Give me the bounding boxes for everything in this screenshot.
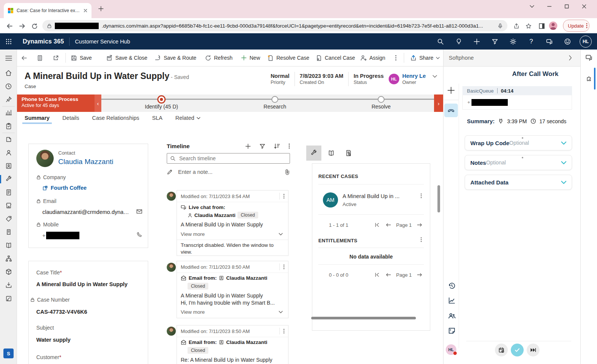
related-records-tool-selected[interactable] [306, 146, 321, 161]
owner-field[interactable]: HL Henry Le Owner [389, 73, 426, 85]
entry-subject[interactable]: A Mineral Build Up in Water Supply [181, 293, 284, 299]
first-page-icon[interactable] [375, 223, 380, 227]
knowledge-book-icon[interactable] [0, 241, 17, 250]
wrap-up-code-section[interactable]: Wrap Up Code Optional [465, 135, 572, 150]
bpf-collapse-chevron[interactable]: ‹ [95, 94, 101, 112]
refresh-button[interactable]: Refresh [205, 50, 233, 66]
timeline-entry-email-2[interactable]: Modified on: 7/11/2023 8:50 AM Email fro… [177, 325, 288, 364]
collapse-panel-chevron[interactable] [569, 55, 572, 60]
prev-page-icon[interactable] [386, 273, 391, 277]
tag-icon[interactable] [0, 214, 17, 223]
inbox-tray-icon[interactable] [0, 280, 17, 290]
timeline-filter-icon[interactable] [259, 143, 265, 149]
next-page-icon[interactable] [417, 223, 422, 227]
entry-contact[interactable]: Claudia Mazzanti [226, 275, 267, 281]
similar-cases-tool[interactable] [341, 146, 356, 161]
case-title-value[interactable]: A Mineral Build Up in Water Supply [36, 281, 127, 287]
view-more-link[interactable]: View more [181, 231, 205, 237]
chevron-down-icon[interactable] [561, 181, 566, 184]
company-value-row[interactable]: Fourth Coffee [42, 185, 87, 191]
home-icon[interactable] [0, 68, 17, 77]
tab-sla[interactable]: SLA [152, 115, 162, 124]
sitemap-hamburger-icon[interactable] [0, 54, 17, 63]
social-profile-badge-icon[interactable] [0, 161, 17, 170]
settings-gear-icon[interactable] [506, 33, 520, 50]
activities-clipboard-icon[interactable] [0, 122, 17, 131]
browser-menu-icon[interactable] [586, 23, 588, 28]
contacts-person-icon[interactable] [0, 148, 17, 157]
active-call-session-button[interactable] [444, 104, 458, 117]
bpf-active-stage-marker[interactable] [157, 95, 166, 104]
recent-clock-icon[interactable] [0, 82, 17, 91]
storefront-icon[interactable] [0, 201, 17, 210]
collapse-header-chevron[interactable] [433, 75, 437, 78]
attached-data-section[interactable]: Attached Data [465, 175, 572, 190]
share-page-icon[interactable] [512, 21, 521, 31]
note-edit-icon[interactable] [0, 294, 17, 303]
window-close-button[interactable] [578, 2, 590, 11]
lightbulb-icon[interactable] [452, 33, 465, 50]
prev-page-icon[interactable] [386, 223, 391, 227]
skip-acw-button[interactable] [527, 344, 540, 356]
bpf-stage-summary[interactable]: Phone to Case Process Active for 45 days [17, 94, 95, 112]
company-link[interactable]: Fourth Coffee [51, 185, 87, 191]
entry-more-icon[interactable] [283, 194, 285, 199]
reload-button[interactable] [29, 21, 39, 31]
app-name[interactable]: Customer Service Hub [75, 39, 130, 45]
sitemap-nodes-icon[interactable] [0, 254, 17, 263]
teams-chat-icon[interactable] [581, 50, 597, 61]
view-more-link[interactable]: View more [181, 309, 205, 315]
brand-title[interactable]: Dynamics 365 [23, 38, 64, 45]
popout-icon[interactable] [53, 50, 59, 66]
smiley-icon[interactable] [561, 33, 574, 50]
email-value[interactable]: claudiamazzanti@crmdemo.dynamic... [42, 209, 133, 215]
package-icon[interactable] [0, 267, 17, 276]
first-page-icon[interactable] [375, 273, 380, 277]
timeline-search[interactable] [167, 153, 290, 164]
timeline-entry-email-1[interactable]: Modified on: 7/11/2023 8:50 AM Email fro… [177, 261, 288, 318]
sidebar-bottom-badge[interactable]: S [3, 349, 14, 358]
window-minimize-button[interactable] [544, 2, 555, 11]
quick-create-plus-icon[interactable] [470, 33, 484, 50]
window-maximize-button[interactable] [561, 2, 572, 11]
new-button[interactable]: New [241, 50, 260, 66]
search-icon[interactable] [434, 33, 447, 50]
entry-contact[interactable]: Claudia Mazzanti [194, 212, 236, 218]
dashboard-icon[interactable] [0, 108, 17, 117]
share-button[interactable]: Share [410, 50, 440, 66]
vertical-scrollbar[interactable] [437, 185, 440, 212]
pinned-pin-icon[interactable] [0, 95, 17, 104]
horizontal-scrollbar[interactable] [311, 317, 416, 319]
cancel-case-button[interactable]: Cancel Case [316, 50, 355, 66]
tab-close-icon[interactable] [83, 8, 88, 13]
entitlements-more-icon[interactable] [420, 237, 422, 242]
note-entry-row[interactable]: Enter a note... [167, 169, 290, 175]
timeline-entry-livechat[interactable]: Modified on: 7/11/2023 8:54 AM Live chat… [177, 190, 288, 256]
chevron-down-icon[interactable] [279, 233, 283, 235]
recent-case-more-icon[interactable] [420, 193, 422, 198]
paperclip-icon[interactable] [285, 169, 290, 175]
contact-name-link[interactable]: Claudia Mazzanti [58, 158, 113, 166]
call-phone-icon[interactable] [136, 232, 142, 238]
browser-profile-avatar[interactable] [549, 22, 557, 30]
schedule-followup-button[interactable] [495, 344, 508, 356]
help-icon[interactable]: ? [524, 33, 538, 50]
mic-icon[interactable] [498, 23, 503, 29]
entry-subject[interactable]: A Mineral Build Up in Water Supply [181, 221, 284, 228]
strip-scrollbar[interactable] [594, 68, 595, 90]
bpf-stage-identify[interactable]: Identify (45 D) [127, 94, 195, 110]
notes-section[interactable]: Notes Optional [465, 155, 572, 170]
owner-name[interactable]: Henry Le [402, 73, 426, 79]
receipt-icon[interactable] [0, 228, 17, 237]
entry-contact[interactable]: Claudia Mazzanti [226, 339, 267, 345]
back-arrow-button[interactable] [21, 50, 27, 66]
address-bar[interactable]: .dynamics.com/main.aspx?appid=6685b74b-f… [42, 20, 507, 31]
accounts-folder-icon[interactable] [0, 135, 17, 144]
entry-more-icon[interactable] [283, 328, 285, 334]
tab-summary[interactable]: Summary [25, 115, 50, 124]
entry-subject[interactable]: Re: A Mineral Build Up in Water Supply [181, 357, 284, 363]
browser-update-button[interactable]: Update [563, 20, 589, 32]
bpf-next-stage-chevron[interactable]: › [434, 94, 443, 112]
insights-chart-icon[interactable] [447, 296, 456, 305]
tab-details[interactable]: Details [62, 115, 79, 124]
